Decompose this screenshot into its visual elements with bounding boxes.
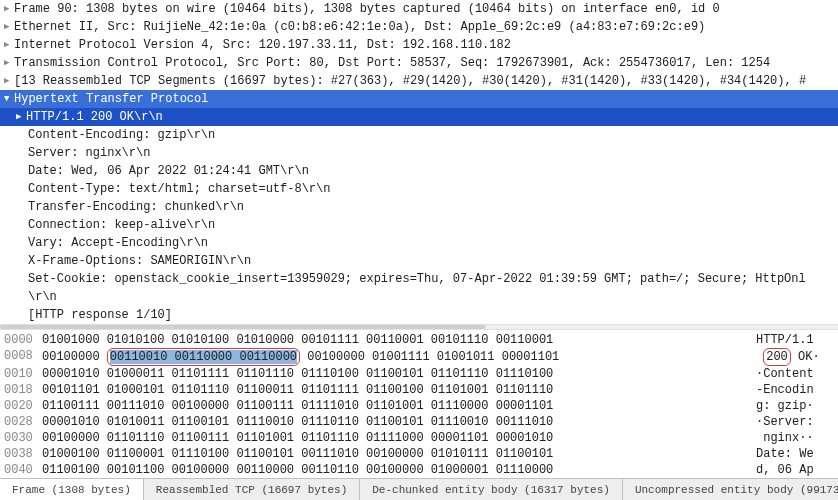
hex-bits: 00001010 01010011 01100101 01110010 0111… bbox=[42, 414, 748, 430]
bytes-tabs: Frame (1308 bytes) Reassembled TCP (1669… bbox=[0, 478, 838, 500]
tree-row-vary[interactable]: Vary: Accept-Encoding\r\n bbox=[0, 234, 838, 252]
tree-label: Transfer-Encoding: chunked\r\n bbox=[28, 199, 244, 215]
tree-row-frame[interactable]: ▶ Frame 90: 1308 bytes on wire (10464 bi… bbox=[0, 0, 838, 18]
tree-row-ethernet[interactable]: ▶ Ethernet II, Src: RuijieNe_42:1e:0a (c… bbox=[0, 18, 838, 36]
tree-label: Content-Encoding: gzip\r\n bbox=[28, 127, 215, 143]
hex-bits: 00101101 01000101 01101110 01100011 0110… bbox=[42, 382, 748, 398]
hex-ascii: HTTP/1.1 bbox=[748, 332, 838, 348]
tab-frame[interactable]: Frame (1308 bytes) bbox=[0, 479, 144, 500]
tree-row-reassembled[interactable]: ▶ [13 Reassembled TCP Segments (16697 by… bbox=[0, 72, 838, 90]
highlight-selection: 00110010 00110000 00110000 bbox=[110, 350, 297, 364]
caret-icon: ▶ bbox=[4, 37, 14, 53]
hex-ascii: Date: We bbox=[748, 446, 838, 462]
hex-ascii: ·Content bbox=[748, 366, 838, 382]
caret-icon: ▶ bbox=[4, 1, 14, 17]
hex-bits: 00100000 00110010 00110000 00110000 0010… bbox=[42, 348, 748, 366]
hex-offset: 0000 bbox=[4, 332, 42, 348]
packet-bytes-pane: 0000 01001000 01010100 01010100 01010000… bbox=[0, 330, 838, 478]
tree-label: Ethernet II, Src: RuijieNe_42:1e:0a (c0:… bbox=[14, 19, 705, 35]
tab-reassembled-tcp[interactable]: Reassembled TCP (16697 bytes) bbox=[144, 479, 360, 500]
tab-uncompressed[interactable]: Uncompressed entity body (99173 bytes) bbox=[623, 479, 838, 500]
tree-label: Internet Protocol Version 4, Src: 120.19… bbox=[14, 37, 511, 53]
tree-label: Set-Cookie: openstack_cookie_insert=1395… bbox=[28, 271, 806, 287]
tree-label: Date: Wed, 06 Apr 2022 01:24:41 GMT\r\n bbox=[28, 163, 309, 179]
tree-row-xframe[interactable]: X-Frame-Options: SAMEORIGIN\r\n bbox=[0, 252, 838, 270]
tree-label: Connection: keep-alive\r\n bbox=[28, 217, 215, 233]
hex-ascii: d, 06 Ap bbox=[748, 462, 838, 478]
hex-row[interactable]: 0038 01000100 01100001 01110100 01100101… bbox=[4, 446, 838, 462]
highlight-box: 200 bbox=[763, 348, 791, 366]
hex-ascii: ·Server: bbox=[748, 414, 838, 430]
highlight-box: 00110010 00110000 00110000 bbox=[107, 348, 300, 366]
hex-offset: 0020 bbox=[4, 398, 42, 414]
hex-row[interactable]: 0028 00001010 01010011 01100101 01110010… bbox=[4, 414, 838, 430]
hex-row[interactable]: 0040 01100100 00101100 00100000 00110000… bbox=[4, 462, 838, 478]
hex-offset: 0010 bbox=[4, 366, 42, 382]
hex-ascii: nginx·· bbox=[748, 430, 838, 446]
hex-bits: 01000100 01100001 01110100 01100101 0011… bbox=[42, 446, 748, 462]
hex-bits: 00100000 01101110 01100111 01101001 0110… bbox=[42, 430, 748, 446]
hex-ascii: g: gzip· bbox=[748, 398, 838, 414]
hex-offset: 0030 bbox=[4, 430, 42, 446]
hex-offset: 0018 bbox=[4, 382, 42, 398]
caret-icon: ▶ bbox=[16, 109, 26, 125]
tree-row-connection[interactable]: Connection: keep-alive\r\n bbox=[0, 216, 838, 234]
tree-label: HTTP/1.1 200 OK\r\n bbox=[26, 109, 163, 125]
hex-offset: 0008 bbox=[4, 348, 42, 366]
tree-label: [HTTP response 1/10] bbox=[28, 307, 172, 323]
hex-row-highlighted[interactable]: 0008 00100000 00110010 00110000 00110000… bbox=[4, 348, 838, 366]
tree-label: [13 Reassembled TCP Segments (16697 byte… bbox=[14, 73, 806, 89]
tree-row-content-type[interactable]: Content-Type: text/html; charset=utf-8\r… bbox=[0, 180, 838, 198]
tree-label: Hypertext Transfer Protocol bbox=[14, 91, 208, 107]
tree-label: Transmission Control Protocol, Src Port:… bbox=[14, 55, 770, 71]
scrollbar-thumb[interactable] bbox=[0, 325, 486, 329]
tree-row-tcp[interactable]: ▶ Transmission Control Protocol, Src Por… bbox=[0, 54, 838, 72]
hex-row[interactable]: 0010 00001010 01000011 01101111 01101110… bbox=[4, 366, 838, 382]
tree-row-content-encoding[interactable]: Content-Encoding: gzip\r\n bbox=[0, 126, 838, 144]
highlight-selection: 200 bbox=[766, 350, 788, 364]
tree-row-transfer-encoding[interactable]: Transfer-Encoding: chunked\r\n bbox=[0, 198, 838, 216]
tree-row-http[interactable]: ▼ Hypertext Transfer Protocol bbox=[0, 90, 838, 108]
caret-icon: ▶ bbox=[4, 19, 14, 35]
hex-bits: 01100111 00111010 00100000 01100111 0111… bbox=[42, 398, 748, 414]
hex-offset: 0028 bbox=[4, 414, 42, 430]
tree-row-date[interactable]: Date: Wed, 06 Apr 2022 01:24:41 GMT\r\n bbox=[0, 162, 838, 180]
packet-details-pane: ▶ Frame 90: 1308 bytes on wire (10464 bi… bbox=[0, 0, 838, 324]
hex-ascii: -Encodin bbox=[748, 382, 838, 398]
http-children: Content-Encoding: gzip\r\n Server: nginx… bbox=[0, 126, 838, 324]
tab-dechunked[interactable]: De-chunked entity body (16317 bytes) bbox=[360, 479, 623, 500]
hex-bits: 01100100 00101100 00100000 00110000 0011… bbox=[42, 462, 748, 478]
tree-row-crlf[interactable]: \r\n bbox=[0, 288, 838, 306]
hex-bits: 00001010 01000011 01101111 01101110 0111… bbox=[42, 366, 748, 382]
tree-row-status-line[interactable]: ▶ HTTP/1.1 200 OK\r\n bbox=[0, 108, 838, 126]
hex-ascii: 200 OK· bbox=[748, 348, 838, 366]
tree-row-setcookie[interactable]: Set-Cookie: openstack_cookie_insert=1395… bbox=[0, 270, 838, 288]
tree-label: Frame 90: 1308 bytes on wire (10464 bits… bbox=[14, 1, 720, 17]
tree-label: Content-Type: text/html; charset=utf-8\r… bbox=[28, 181, 330, 197]
tree-label: Server: nginx\r\n bbox=[28, 145, 150, 161]
tree-row-ip[interactable]: ▶ Internet Protocol Version 4, Src: 120.… bbox=[0, 36, 838, 54]
hex-bits: 01001000 01010100 01010100 01010000 0010… bbox=[42, 332, 748, 348]
hex-offset: 0040 bbox=[4, 462, 42, 478]
hex-row[interactable]: 0030 00100000 01101110 01100111 01101001… bbox=[4, 430, 838, 446]
hex-row[interactable]: 0018 00101101 01000101 01101110 01100011… bbox=[4, 382, 838, 398]
hex-row[interactable]: 0000 01001000 01010100 01010100 01010000… bbox=[4, 332, 838, 348]
caret-icon: ▶ bbox=[4, 73, 14, 89]
caret-icon: ▶ bbox=[4, 55, 14, 71]
hex-row[interactable]: 0020 01100111 00111010 00100000 01100111… bbox=[4, 398, 838, 414]
tree-label: X-Frame-Options: SAMEORIGIN\r\n bbox=[28, 253, 251, 269]
tree-label: \r\n bbox=[28, 289, 57, 305]
tree-label: Vary: Accept-Encoding\r\n bbox=[28, 235, 208, 251]
tree-row-response[interactable]: [HTTP response 1/10] bbox=[0, 306, 838, 324]
hex-offset: 0038 bbox=[4, 446, 42, 462]
details-hscrollbar[interactable] bbox=[0, 324, 838, 330]
caret-down-icon: ▼ bbox=[4, 91, 14, 107]
tree-row-server[interactable]: Server: nginx\r\n bbox=[0, 144, 838, 162]
